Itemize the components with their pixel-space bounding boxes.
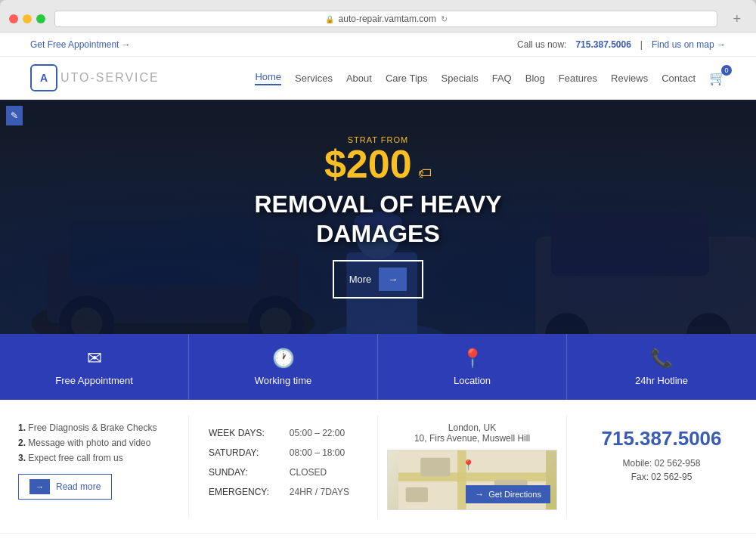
directions-label: Get Directions [488,490,541,499]
info-working-time[interactable]: 🕐 Working time [189,334,378,400]
top-bar-right: Call us now: 715.387.5006 | Find us on m… [517,39,726,50]
hours-row-sunday: SUNDAY: CLOSED [209,463,358,481]
refresh-icon[interactable]: ↻ [441,14,448,24]
edit-icon[interactable]: ✎ [6,106,23,125]
mobile-number: 02 562-958 [655,458,701,469]
day-hours: 05:00 – 22:00 [290,424,358,442]
svg-rect-2 [71,221,260,283]
info-location-label: Location [454,375,491,386]
fax-number: 02 562-95 [651,472,692,482]
hero-more-button[interactable]: More → [333,260,424,299]
hero-btn-arrow-icon: → [379,268,407,291]
browser-titlebar: 🔒 auto-repair.vamtam.com ↻ + [0,6,756,33]
appointment-link[interactable]: Get Free Appointment → [30,39,131,50]
new-tab-button[interactable]: + [727,11,747,27]
minimize-dot[interactable] [23,14,32,23]
info-hotline[interactable]: 📞 24hr Hotline [567,334,756,400]
clock-icon: 🕐 [272,348,295,369]
logo-icon-text: A [40,72,48,84]
nav-specials[interactable]: Specials [442,73,479,84]
hero-section: ✎ STRAT FROM $200 🏷 REMOVAL OF HEAVY DAM… [0,100,756,334]
directions-button[interactable]: → Get Directions [466,485,550,503]
call-label: Call us now: [517,39,566,50]
day-label: SATURDAY: [209,444,288,462]
phone-icon: 📞 [650,348,673,369]
logo-icon: A [30,64,57,91]
divider: | [640,39,643,50]
envelope-icon: ✉ [87,348,102,369]
svg-rect-19 [420,458,450,476]
why-us-section: Why us? [0,534,756,557]
nav-reviews[interactable]: Reviews [611,73,648,84]
address-bar[interactable]: 🔒 auto-repair.vamtam.com ↻ [54,11,717,27]
read-more-arrow-icon: → [29,479,50,494]
day-label: EMERGENCY: [209,483,288,501]
hours-table: WEEK DAYS: 05:00 – 22:00 SATURDAY: 08:00… [207,422,359,503]
logo-suffix: -SERVICE [90,71,159,84]
hero-price: $200 [324,142,412,186]
info-bar: ✉ Free Appointment 🕐 Working time 📍 Loca… [0,334,756,400]
svg-rect-21 [406,487,428,503]
browser-controls [9,14,45,23]
info-location[interactable]: 📍 Location [378,334,567,400]
location-icon: 📍 [461,348,484,369]
nav-services[interactable]: Services [295,73,333,84]
price-icon: 🏷 [418,166,432,181]
day-label: SUNDAY: [209,463,288,481]
top-bar-left: Get Free Appointment → [30,39,131,50]
read-more-button[interactable]: → Read more [18,474,112,500]
hero-title: REMOVAL OF HEAVY DAMAGES [254,190,501,248]
nav-faq[interactable]: FAQ [492,73,512,84]
logo-text: UTO-SERVICE [60,71,160,85]
nav-features[interactable]: Features [559,73,597,84]
cart-icon[interactable]: 🛒 0 [709,70,726,86]
nav-links: Home Services About Care Tips Specials F… [255,70,726,86]
logo: A UTO-SERVICE [30,64,160,91]
top-bar: Get Free Appointment → Call us now: 715.… [0,33,756,57]
hero-title-line1: REMOVAL OF HEAVY [254,190,501,218]
maximize-dot[interactable] [36,14,45,23]
location-address: London, UK 10, Firs Avenue, Muswell Hill [387,422,557,444]
close-dot[interactable] [9,14,18,23]
svg-rect-8 [551,213,708,276]
navbar: A UTO-SERVICE Home Services About Care T… [0,57,756,100]
day-hours: 24HR / 7DAYS [290,483,358,501]
nav-about[interactable]: About [346,73,372,84]
top-phone-number: 715.387.5006 [575,39,631,50]
day-label: WEEK DAYS: [209,424,288,442]
hours-row-weekdays: WEEK DAYS: 05:00 – 22:00 [209,424,358,442]
directions-arrow-icon: → [475,489,484,500]
info-hotline-label: 24hr Hotline [635,375,688,386]
lock-icon: 🔒 [325,15,334,23]
top-phone: 715.387.5006 [575,39,631,50]
map-link[interactable]: Find us on map → [652,39,726,50]
day-hours: CLOSED [290,463,358,481]
nav-home[interactable]: Home [255,71,281,85]
fax-label: Fax: [631,472,649,482]
nav-blog[interactable]: Blog [525,73,545,84]
hours-col: WEEK DAYS: 05:00 – 22:00 SATURDAY: 08:00… [189,415,378,518]
details-bar: Free Diagnosis & Brake Checks Message wi… [0,400,756,534]
appt-item-2: Message with photo and video [18,438,170,448]
hero-title-line2: DAMAGES [316,220,440,247]
appt-item-1: Free Diagnosis & Brake Checks [18,422,170,433]
mobile-label: Mobile: [623,458,652,469]
price-tag: STRAT FROM $200 🏷 [254,135,501,184]
appointment-list: Free Diagnosis & Brake Checks Message wi… [18,422,170,463]
url-text: auto-repair.vamtam.com [339,14,436,24]
info-working-label: Working time [255,375,312,386]
website-content: Get Free Appointment → Call us now: 715.… [0,33,756,557]
nav-contact[interactable]: Contact [662,73,696,84]
appointment-col: Free Diagnosis & Brake Checks Message wi… [0,415,189,518]
nav-care-tips[interactable]: Care Tips [386,73,428,84]
location-city: London, UK [448,422,496,433]
map-preview[interactable]: 📍 → Get Directions [387,450,557,510]
mobile-detail: Mobile: 02 562-958 [585,458,738,469]
info-appointment[interactable]: ✉ Free Appointment [0,334,189,400]
hotline-number: 715.387.5006 [585,427,738,450]
logo-brand: UTO [60,71,90,84]
read-more-label: Read more [56,481,101,492]
appt-item-3: Expect free call from us [18,453,170,463]
info-appointment-label: Free Appointment [55,375,133,386]
hero-btn-label: More [349,274,372,285]
